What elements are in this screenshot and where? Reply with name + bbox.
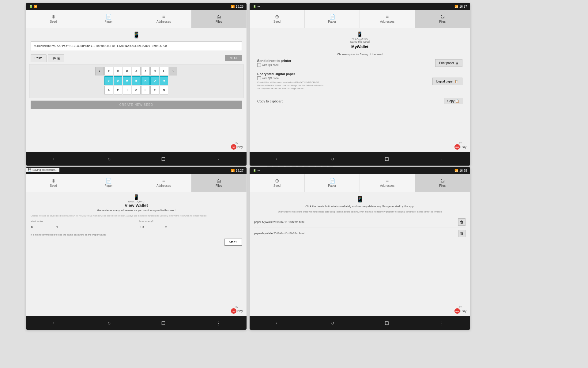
delete-1-icon: 🗑 xyxy=(460,220,464,224)
create-seed-button[interactable]: CREATE NEW SEED xyxy=(31,101,242,109)
tab-files-bl[interactable]: 🗂 Files xyxy=(191,174,247,192)
key-nav-left[interactable]: ‹ xyxy=(95,67,104,75)
key-A[interactable]: A xyxy=(132,67,141,75)
saving-screenshot-label: 💾 Saving screenshot... xyxy=(26,168,59,172)
key-B[interactable]: B xyxy=(132,76,141,85)
file-list: paper-MyWallet2018-04-11-16h27m.html 🗑 p… xyxy=(254,217,466,239)
key-D[interactable]: D xyxy=(114,76,122,85)
home-btn-br[interactable]: ○ xyxy=(331,320,334,326)
tab-files-tr[interactable]: 🗂 Files xyxy=(415,10,470,28)
key-H[interactable]: H xyxy=(123,76,131,85)
tab-seed-tr[interactable]: ⊕ Seed xyxy=(250,10,305,28)
seed-tab-label: Seed xyxy=(50,20,57,23)
back-btn-tl[interactable]: ← xyxy=(51,156,57,162)
tab-files-br[interactable]: 🗂 Files xyxy=(415,174,470,192)
print-qr-checkbox[interactable] xyxy=(257,63,261,67)
tab-addresses-br[interactable]: ≡ Addresses xyxy=(360,174,415,192)
tab-seed-bl[interactable]: ⊕ Seed xyxy=(26,174,81,192)
seed-tab-icon-br: ⊕ xyxy=(275,178,279,183)
back-btn-tr[interactable]: ← xyxy=(275,156,281,162)
tab-paper-br[interactable]: 📄 Paper xyxy=(305,174,360,192)
home-btn-bl[interactable]: ○ xyxy=(107,320,111,326)
tab-addresses-bl[interactable]: ≡ Addresses xyxy=(136,174,191,192)
delete-info-text: Click the delete button to immediately a… xyxy=(254,205,466,209)
key-N[interactable]: N xyxy=(150,67,159,75)
qr-button[interactable]: QR ⊞ xyxy=(48,54,64,62)
how-many-input[interactable] xyxy=(139,224,164,230)
key-O[interactable]: O xyxy=(150,76,159,85)
tab-addresses-tr[interactable]: ≡ Addresses xyxy=(360,10,415,28)
key-G[interactable]: G xyxy=(123,67,131,75)
more-btn-br[interactable]: ⋮ xyxy=(439,320,445,326)
paper-tab-label: Paper xyxy=(104,20,113,23)
start-index-chevron: ▼ xyxy=(56,225,59,229)
back-btn-br[interactable]: ← xyxy=(275,320,281,326)
more-btn-tr[interactable]: ⋮ xyxy=(439,155,445,162)
tab-paper-tr[interactable]: 📄 Paper xyxy=(305,10,360,28)
battery-icon-br: 🔋 xyxy=(253,169,256,172)
start-button[interactable]: Start › xyxy=(224,239,242,246)
tab-paper-tl[interactable]: 📄 Paper xyxy=(81,10,136,28)
start-index-input[interactable] xyxy=(31,224,55,230)
secondary-info-text: Over-write the file several times with r… xyxy=(254,210,466,214)
status-right-tl: 📶 16:25 xyxy=(231,5,243,8)
key-C2[interactable]: C xyxy=(132,86,141,94)
wallet-name-input[interactable] xyxy=(335,44,384,50)
key-L[interactable]: L xyxy=(160,67,168,75)
recent-btn-tl[interactable]: □ xyxy=(162,156,165,162)
divider-2 xyxy=(256,94,464,94)
recent-btn-tr[interactable]: □ xyxy=(385,156,389,162)
files-tab-label-tr: Files xyxy=(439,20,446,23)
key-L2[interactable]: L xyxy=(141,86,150,94)
digital-option-left: Encrypted Digital paper with QR code Cre… xyxy=(257,72,325,91)
digital-paper-button[interactable]: Digital paper 📋 xyxy=(432,78,462,85)
key-row-bot: A E I C L P N xyxy=(32,86,241,94)
paste-button[interactable]: Paste xyxy=(31,54,47,62)
nav-bar-tr: ⊕ Seed 📄 Paper ≡ Addresses 🗂 Files xyxy=(250,10,470,28)
home-btn-tr[interactable]: ○ xyxy=(331,156,334,162)
print-paper-button[interactable]: Print paper 🖨 xyxy=(435,59,462,67)
recent-btn-bl[interactable]: □ xyxy=(162,320,165,326)
screen-bottom-left: 🔋 ▪▪▪ 📶 16:27 ⊕ Seed 📄 Paper ≡ Addresses xyxy=(26,167,247,330)
key-N2[interactable]: N xyxy=(160,86,168,94)
seed-tab-icon: ⊕ xyxy=(51,14,55,19)
addresses-tab-icon: ≡ xyxy=(162,14,165,19)
tab-seed-tl[interactable]: ⊕ Seed xyxy=(26,10,81,28)
view-wallet-title: View Wallet xyxy=(31,203,242,208)
delete-file-2-button[interactable]: 🗑 xyxy=(458,230,466,237)
key-I[interactable]: I xyxy=(123,86,131,94)
runplay-logo-tl: by run Play xyxy=(231,141,243,150)
home-btn-tl[interactable]: ○ xyxy=(107,156,111,162)
more-btn-tl[interactable]: ⋮ xyxy=(216,155,221,162)
key-J[interactable]: J xyxy=(141,67,150,75)
key-K[interactable]: K xyxy=(141,76,150,85)
digital-qr-checkbox[interactable] xyxy=(257,76,261,80)
tab-files-tl[interactable]: 🗂 Files xyxy=(191,10,247,28)
key-Z[interactable]: Z xyxy=(104,67,113,75)
key-nav-right[interactable]: › xyxy=(169,67,177,75)
back-btn-bl[interactable]: ← xyxy=(51,320,57,326)
tab-paper-bl[interactable]: 📄 Paper xyxy=(81,174,136,192)
digital-info-text: Created files will be saved to sd/extern… xyxy=(257,81,325,90)
tab-seed-br[interactable]: ⊕ Seed xyxy=(250,174,305,192)
status-bar-tr: 🔋 ▪▪▪ 📶 16:27 xyxy=(250,3,470,10)
more-btn-bl[interactable]: ⋮ xyxy=(216,320,221,326)
print-qr-row: with QR code xyxy=(257,63,291,67)
key-A2[interactable]: A xyxy=(104,86,113,94)
run-play-brand-bl: run Play xyxy=(231,308,243,314)
key-M[interactable]: M xyxy=(160,76,168,85)
key-E[interactable]: E xyxy=(114,86,122,94)
delete-file-1-button[interactable]: 🗑 xyxy=(458,218,466,226)
how-many-label: how many? xyxy=(139,220,242,223)
recent-btn-br[interactable]: □ xyxy=(385,320,389,326)
next-button[interactable]: NEXT xyxy=(225,55,242,61)
nav-bar-bl: ⊕ Seed 📄 Paper ≡ Addresses 🗂 Files xyxy=(26,174,247,192)
copy-button[interactable]: Copy 📋 xyxy=(444,98,462,104)
key-9[interactable]: 9 xyxy=(104,76,113,85)
tab-addresses-tl[interactable]: ≡ Addresses xyxy=(136,10,191,28)
key-row-mid: 9 D H B K O M xyxy=(32,76,241,85)
key-P[interactable]: P xyxy=(150,86,159,94)
paper-tab-icon-br: 📄 xyxy=(329,178,335,183)
key-C[interactable]: C xyxy=(114,67,122,75)
run-play-brand-tr: run Play xyxy=(454,144,466,150)
